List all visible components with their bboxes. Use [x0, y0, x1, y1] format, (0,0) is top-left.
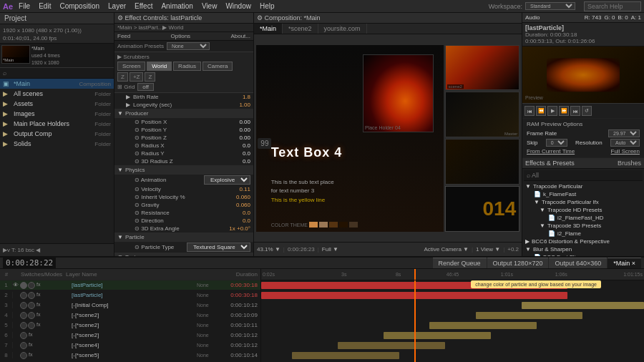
ep-i2-flame[interactable]: 📄 i2_Flame: [522, 230, 644, 238]
texture-section[interactable]: ▼ Texture: [114, 253, 253, 256]
tl-mode-7: None: [195, 343, 221, 348]
project-item-all-scenes[interactable]: ▶ All scenes Folder: [0, 89, 114, 99]
ram-from-current-row: From Current Time Full Screen: [527, 147, 640, 155]
comp-active-camera[interactable]: Active Camera ▼: [424, 246, 469, 253]
menu-composition[interactable]: Composition: [57, 2, 102, 10]
project-search[interactable]: [0, 68, 114, 79]
ep-bcc-fast[interactable]: 📄 BCC Fast Flipper: [522, 253, 644, 256]
menu-effect[interactable]: Effect: [132, 2, 155, 10]
timeline-tab-render-queue[interactable]: Render Queue: [433, 258, 487, 268]
effects-options-btn[interactable]: Options: [171, 33, 191, 39]
anim-presets-select[interactable]: None: [167, 42, 210, 50]
scrubber-screen[interactable]: Screen: [117, 62, 145, 71]
ep-trapcode-3d[interactable]: ▼ Trapcode 3D Presets: [522, 222, 644, 230]
timeline-tab-output-1[interactable]: Output 1280×720: [487, 258, 549, 268]
ep-i2-flamefast-hd[interactable]: 📄 i2_FlameFast_HD: [522, 214, 644, 222]
comp-tab-scene2[interactable]: *scene2: [283, 24, 318, 34]
param-birth-rate-value[interactable]: 1.8: [215, 94, 250, 100]
comp-tab-main[interactable]: *Main: [254, 24, 283, 34]
ram-fullscreen-btn[interactable]: Full Screen: [611, 148, 640, 155]
preview-prev-btn[interactable]: ⏪: [536, 106, 546, 116]
menu-layer[interactable]: Layer: [105, 2, 129, 10]
ep-trapcode-hd[interactable]: ▼ Trapcode HD Presets: [522, 206, 644, 214]
folder-icon-3: ▶: [3, 110, 11, 117]
physics-section[interactable]: ▼ Physics: [114, 165, 253, 175]
param-gravity-value[interactable]: 0.060: [215, 202, 250, 208]
param-pos-x-value[interactable]: 0.00: [215, 119, 250, 125]
tl-row-8[interactable]: 8 fx [-[*scene5] None 0:00:10:14: [0, 351, 260, 361]
tl-row-1[interactable]: 1 👁 fx [lastParticle] None 0:00:30:18: [0, 280, 260, 290]
tl-row-6[interactable]: 6 fx [-[*scene2] None 0:00:10:12: [0, 331, 260, 341]
param-velocity-value[interactable]: 0.11: [215, 186, 250, 192]
preview-rew-btn[interactable]: ⏮: [525, 106, 535, 116]
param-radius-z-value[interactable]: 0.0: [215, 158, 250, 165]
comp-tab-yoursite[interactable]: yoursite.com: [318, 24, 367, 34]
ep-expand-6: ▼: [525, 246, 531, 253]
project-item-main[interactable]: ▣ *Main Composition: [0, 79, 114, 89]
scrubber-camera[interactable]: Camera: [203, 62, 233, 71]
param-longevity-value[interactable]: 1.00: [215, 102, 250, 108]
project-item-assets[interactable]: ▶ Assets Folder: [0, 99, 114, 109]
menu-file[interactable]: File: [16, 2, 33, 10]
preview-play-btn[interactable]: ▶: [547, 106, 557, 116]
param-inherit-value[interactable]: 0.060: [215, 194, 250, 200]
param-direction-value[interactable]: 0.0: [215, 217, 250, 224]
particle-section[interactable]: ▼ Particle: [114, 233, 253, 242]
param-radius-y-value[interactable]: 0.0: [215, 150, 250, 157]
scrubber-radius[interactable]: Radius: [173, 62, 201, 71]
tl-row-4[interactable]: 4 fx [-[*scene2] None 0:00:10:09: [0, 310, 260, 321]
producer-section[interactable]: ▼ Producer: [114, 109, 253, 118]
param-pos-z-value[interactable]: 0.00: [215, 134, 250, 141]
param-extra-angle-value[interactable]: 1x +0.0°: [215, 225, 250, 232]
tl-row-3[interactable]: 3 fx [-[Initial Comp] None 0:00:10:12: [0, 300, 260, 310]
project-item-placeholders[interactable]: ▶ Main Place Holders Folder: [0, 119, 114, 129]
preview-loop-btn[interactable]: ↺: [582, 106, 592, 116]
menu-animation[interactable]: Animation: [158, 2, 195, 10]
ep-search-input[interactable]: [524, 170, 643, 181]
tl-row-7[interactable]: 7 fx [-[*scene4] None 0:00:10:12: [0, 341, 260, 351]
menu-view[interactable]: View: [199, 2, 220, 10]
param-particle-type-value[interactable]: Textured Square: [187, 243, 250, 252]
timeline-current-time[interactable]: 0:00:28:22: [3, 258, 56, 268]
project-item-images[interactable]: ▶ Images Folder: [0, 109, 114, 119]
timeline-tab-main[interactable]: *Main ×: [608, 258, 641, 268]
param-radius-x: ⊙ Radius X 0.0: [114, 142, 253, 150]
ram-res-select[interactable]: Auto: [610, 139, 640, 147]
comp-resolution[interactable]: Full ▼: [322, 246, 338, 253]
comp-zoom[interactable]: 43.1% ▼: [257, 246, 280, 253]
param-pos-y-value[interactable]: 0.00: [215, 127, 250, 133]
ep-k-flamefast[interactable]: 📄 k_FlameFast: [522, 190, 644, 198]
comp-tabs: *Main *scene2 yoursite.com: [254, 24, 522, 34]
workspace-select[interactable]: Standard: [525, 2, 575, 10]
menu-edit[interactable]: Edit: [36, 2, 54, 10]
ep-trapcode-particular[interactable]: ▼ Trapcode Particular: [522, 182, 644, 190]
effects-feed-btn[interactable]: Feed: [117, 33, 130, 39]
project-item-solids[interactable]: ▶ Solids Folder: [0, 139, 114, 149]
tl-time-3: 0:00:10:12: [221, 302, 260, 308]
ep-trapcode-lfx[interactable]: ▼ Trapcode Particular lfx: [522, 198, 644, 206]
param-resistance-value[interactable]: 0.0: [215, 210, 250, 216]
tl-row-5[interactable]: 5 fx [-[*scene2] None 0:00:10:11: [0, 321, 260, 331]
param-animation-value[interactable]: Explosive: [204, 175, 250, 185]
comp-view-select[interactable]: 1 View ▼: [476, 246, 500, 253]
search-input[interactable]: [584, 1, 641, 11]
ep-blur-sharpen[interactable]: ▼ Blur & Sharpen: [522, 245, 644, 253]
ep-brushes-tab[interactable]: Brushes: [618, 160, 641, 167]
menu-window[interactable]: Window: [223, 2, 254, 10]
ram-frame-rate-select[interactable]: 29.97: [608, 129, 640, 137]
preview-next-btn[interactable]: ⏩: [559, 106, 569, 116]
ep-bcc6[interactable]: ▶ BCC6 Distortion & Perspective: [522, 238, 644, 245]
track-bar-5: [429, 322, 537, 329]
tl-time-6: 0:00:10:12: [221, 332, 260, 338]
project-item-output[interactable]: ▶ Output Comp Folder: [0, 129, 114, 139]
effects-about-btn[interactable]: About...: [230, 33, 250, 39]
param-radius-x-value[interactable]: 0.0: [215, 142, 250, 149]
ram-from-current-btn[interactable]: From Current Time: [527, 148, 575, 155]
tl-row-2[interactable]: 2 fx [lastParticle] None 0:00:30:18: [0, 290, 260, 300]
menu-help[interactable]: Help: [257, 2, 278, 10]
scrubber-world[interactable]: World: [147, 62, 172, 71]
timeline-tab-output-2[interactable]: Output 640×360: [549, 258, 607, 268]
preview-fwd-btn[interactable]: ⏭: [570, 106, 580, 116]
ep-bcc-fast-label: BCC Fast Flipper: [543, 254, 587, 256]
ram-skip-select[interactable]: 0: [546, 139, 567, 147]
